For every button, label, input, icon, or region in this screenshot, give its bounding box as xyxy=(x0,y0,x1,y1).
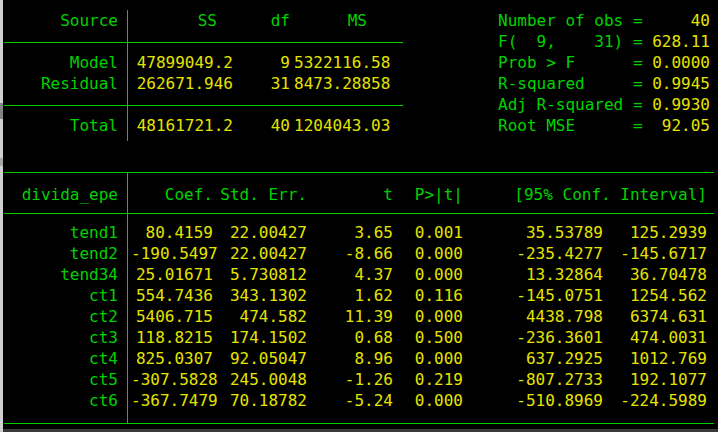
coef-estimate: 80.4159 xyxy=(131,222,213,243)
coef-t-stat: 3.65 xyxy=(311,222,393,243)
coef-header-t: t xyxy=(311,184,393,205)
coef-ci-lower: 637.2925 xyxy=(467,348,603,369)
coef-header-coef: Coef. xyxy=(131,184,213,205)
anova-ss-value: 47899049.2 xyxy=(131,52,233,73)
coef-table-row: ct3 118.8215 174.1502 0.68 0.500 -236.36… xyxy=(0,327,718,348)
coef-ci-upper: -145.6717 xyxy=(607,243,707,264)
coef-header-conf-interval: [95% Conf. Interval] xyxy=(467,184,707,205)
coef-ci-upper: 1254.562 xyxy=(607,285,707,306)
coef-estimate: -190.5497 xyxy=(131,243,213,264)
coef-std-err: 5.730812 xyxy=(217,264,307,285)
anova-ms-value: 8473.28858 xyxy=(294,73,367,94)
coef-ci-lower: -510.8969 xyxy=(467,390,603,411)
anova-df-value: 40 xyxy=(237,115,290,136)
coef-ci-lower: -145.0751 xyxy=(467,285,603,306)
stat-row: Adj R-squared = 0.9930 xyxy=(498,94,710,115)
coef-p-value: 0.001 xyxy=(397,222,463,243)
stat-value: 0.9930 xyxy=(647,94,710,115)
coef-ci-lower: 4438.798 xyxy=(467,306,603,327)
coef-std-err: 343.1302 xyxy=(217,285,307,306)
stat-row: Root MSE = 92.05 xyxy=(498,115,710,136)
coef-ci-lower: -235.4277 xyxy=(467,243,603,264)
coef-ci-lower: 13.32864 xyxy=(467,264,603,285)
anova-ss-value: 48161721.2 xyxy=(131,115,233,136)
coef-std-err: 22.00427 xyxy=(217,243,307,264)
coef-p-value: 0.219 xyxy=(397,369,463,390)
stat-equals-sign: = xyxy=(633,73,643,94)
stat-equals-sign: = xyxy=(633,31,643,52)
coef-table-row: ct4 825.0307 92.05047 8.96 0.000 637.292… xyxy=(0,348,718,369)
coef-t-stat: 0.68 xyxy=(311,327,393,348)
anova-header-ss: SS xyxy=(131,10,217,31)
coef-std-err: 474.582 xyxy=(217,306,307,327)
coef-ci-upper: 192.1077 xyxy=(607,369,707,390)
stat-value: 92.05 xyxy=(647,115,710,136)
coef-table-row: ct2 5406.715 474.582 11.39 0.000 4438.79… xyxy=(0,306,718,327)
stat-row: Prob > F = 0.0000 xyxy=(498,52,710,73)
coef-std-err: 92.05047 xyxy=(217,348,307,369)
coef-std-err: 174.1502 xyxy=(217,327,307,348)
coef-table-header-row: divida_epe Coef. Std. Err. t P>|t| [95% … xyxy=(0,184,718,205)
coef-estimate: 825.0307 xyxy=(131,348,213,369)
coef-table-bottom-rule xyxy=(4,423,714,424)
coef-estimate: -367.7479 xyxy=(131,390,213,411)
coef-ci-upper: 125.2939 xyxy=(607,222,707,243)
coef-ci-upper: -224.5989 xyxy=(607,390,707,411)
stat-value: 628.11 xyxy=(647,31,710,52)
anova-source-label: Model xyxy=(0,52,118,73)
coef-t-stat: 1.62 xyxy=(311,285,393,306)
stat-label: F( 9, 31) xyxy=(498,31,623,52)
coef-var-name: tend2 xyxy=(0,243,118,264)
coef-var-name: ct6 xyxy=(0,390,118,411)
stat-value: 40 xyxy=(647,10,710,31)
coef-t-stat: -8.66 xyxy=(311,243,393,264)
coef-p-value: 0.116 xyxy=(397,285,463,306)
anova-source-label: Residual xyxy=(0,73,118,94)
coef-table-column-divider xyxy=(127,172,128,423)
stata-results-window: Source SS df MS Model 47899049.2 9 53221… xyxy=(0,0,718,432)
stat-equals-sign: = xyxy=(633,115,643,136)
anova-header-ms: MS xyxy=(294,10,367,31)
coef-estimate: 5406.715 xyxy=(131,306,213,327)
coef-ci-upper: 6374.631 xyxy=(607,306,707,327)
coef-std-err: 245.0048 xyxy=(217,369,307,390)
coef-estimate: 25.01671 xyxy=(131,264,213,285)
coef-estimate: 118.8215 xyxy=(131,327,213,348)
coef-var-name: ct3 xyxy=(0,327,118,348)
anova-df-value: 9 xyxy=(237,52,290,73)
stat-label: Adj R-squared xyxy=(498,94,623,115)
coef-var-name: ct4 xyxy=(0,348,118,369)
stat-value: 0.9945 xyxy=(647,73,710,94)
coef-ci-upper: 474.0031 xyxy=(607,327,707,348)
stat-label: Root MSE xyxy=(498,115,575,136)
stat-row: R-squared = 0.9945 xyxy=(498,73,710,94)
anova-ss-value: 262671.946 xyxy=(131,73,233,94)
anova-header-source: Source xyxy=(0,10,118,31)
stat-row: Number of obs = 40 xyxy=(498,10,710,31)
coef-ci-upper: 36.70478 xyxy=(607,264,707,285)
coef-table-header-rule xyxy=(4,213,714,214)
left-edge-notch xyxy=(0,158,3,166)
coef-header-stderr: Std. Err. xyxy=(217,184,307,205)
stat-label: Prob > F xyxy=(498,52,575,73)
coef-p-value: 0.500 xyxy=(397,327,463,348)
anova-header-df: df xyxy=(237,10,290,31)
coef-std-err: 22.00427 xyxy=(217,222,307,243)
coef-var-name: tend1 xyxy=(0,222,118,243)
stat-equals-sign: = xyxy=(633,52,643,73)
anova-ms-value: 5322116.58 xyxy=(294,52,367,73)
coef-table-row: ct6 -367.7479 70.18782 -5.24 0.000 -510.… xyxy=(0,390,718,411)
coef-var-name: ct5 xyxy=(0,369,118,390)
coef-header-pvalue: P>|t| xyxy=(397,184,463,205)
coef-var-name: ct2 xyxy=(0,306,118,327)
coef-ci-upper: 1012.769 xyxy=(607,348,707,369)
coef-t-stat: -1.26 xyxy=(311,369,393,390)
coef-table-row: tend2 -190.5497 22.00427 -8.66 0.000 -23… xyxy=(0,243,718,264)
coef-estimate: -307.5828 xyxy=(131,369,213,390)
coef-t-stat: 8.96 xyxy=(311,348,393,369)
coef-p-value: 0.000 xyxy=(397,243,463,264)
coef-p-value: 0.000 xyxy=(397,390,463,411)
coef-t-stat: 11.39 xyxy=(311,306,393,327)
coef-estimate: 554.7436 xyxy=(131,285,213,306)
coef-std-err: 70.18782 xyxy=(217,390,307,411)
